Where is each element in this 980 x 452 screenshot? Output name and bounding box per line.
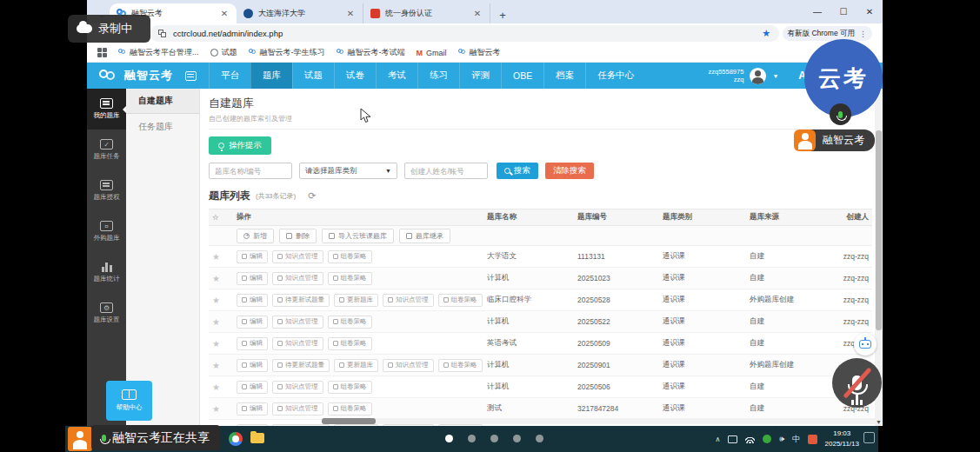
sidebar-item-bank-statistics[interactable]: 题库统计 xyxy=(87,252,126,293)
row-action-button[interactable]: 知识点管理 xyxy=(272,272,323,285)
row-action-button[interactable]: 编辑 xyxy=(237,250,268,263)
taskbar-clock[interactable]: 19:03 2025/11/13 xyxy=(825,429,859,449)
row-star-icon[interactable]: ★ xyxy=(212,339,220,349)
sidebar-item-my-banks[interactable]: 我的题库 xyxy=(87,89,126,130)
sidebar-item-bank-authorization[interactable]: 题库授权 xyxy=(87,170,126,211)
menu-dots-icon[interactable]: ⋮ xyxy=(859,30,867,38)
sidebar-item-purchased-banks[interactable]: ¤ 外购题库 xyxy=(87,211,126,252)
row-action-button[interactable]: 编辑 xyxy=(237,294,268,307)
row-action-button[interactable]: 组卷策略 xyxy=(328,381,372,394)
taskbar-app-person-icon[interactable] xyxy=(68,427,92,451)
nav-item-task-center[interactable]: 任务中心 xyxy=(585,63,645,89)
row-star-icon[interactable]: ★ xyxy=(212,296,220,305)
row-action-button[interactable]: 知识点管理 xyxy=(272,381,323,394)
row-action-button[interactable]: 组卷策略 xyxy=(328,316,372,329)
bookmark-item-gmail[interactable]: MGmail xyxy=(417,49,447,57)
nav-item-papers[interactable]: 试卷 xyxy=(334,63,376,89)
site-info-icon[interactable] xyxy=(158,30,167,38)
bookmark-item[interactable]: 试题 xyxy=(210,47,237,58)
window-maximize-button[interactable]: ☐ xyxy=(830,0,857,23)
nav-item-question-bank[interactable]: 题库 xyxy=(250,63,292,89)
help-center-button[interactable]: 帮助中心 xyxy=(106,381,152,421)
chevron-down-icon[interactable]: ▼ xyxy=(772,73,778,79)
wifi-icon[interactable] xyxy=(745,435,755,443)
layout-grid-icon[interactable] xyxy=(185,71,197,81)
row-action-button[interactable]: 知识点管理 xyxy=(272,402,323,415)
table-row[interactable]: ★ 编辑待更新试题量更新题库知识点管理组卷策略 临床口腔科学 20250528 … xyxy=(209,289,872,311)
new-tab-button[interactable]: + xyxy=(494,6,511,23)
tab-identity-auth[interactable]: 统一身份认证 ✕ xyxy=(363,3,490,23)
sogou-tray-icon[interactable] xyxy=(808,435,817,444)
desktop-pager-dots[interactable] xyxy=(445,435,543,442)
notification-center-icon[interactable] xyxy=(863,432,875,443)
tab-close-icon[interactable]: ✕ xyxy=(472,9,483,18)
row-action-button[interactable]: 待更新试题量 xyxy=(272,294,330,307)
table-row[interactable]: ★ 编辑知识点管理组卷策略 大学语文 1113131 通识课 自建 zzq-zz… xyxy=(209,246,872,268)
scroll-down-arrow-icon[interactable]: ▼ xyxy=(875,419,883,425)
refresh-icon[interactable]: ⟳ xyxy=(308,190,316,202)
bookmark-item[interactable]: 融智云考-考试端 xyxy=(337,47,405,58)
delete-button[interactable]: 删除 xyxy=(279,229,317,243)
row-action-button[interactable]: 知识点管理 xyxy=(383,294,434,307)
row-action-button[interactable]: 知识点管理 xyxy=(272,337,323,350)
file-explorer-icon[interactable] xyxy=(250,433,264,443)
url-field[interactable]: cctrcloud.net/admin/index.php ★ xyxy=(150,25,779,42)
nav-item-evaluation[interactable]: 评测 xyxy=(459,63,501,89)
row-action-button[interactable]: 编辑 xyxy=(237,316,268,329)
tray-expand-icon[interactable]: ∧ xyxy=(715,435,720,443)
nav-item-exams[interactable]: 考试 xyxy=(376,63,417,89)
user-avatar[interactable] xyxy=(750,68,766,84)
row-action-button[interactable]: 组卷策略 xyxy=(438,294,483,307)
mic-muted-button[interactable] xyxy=(832,358,882,408)
sidebar-item-bank-settings[interactable]: ⚙ 题库设置 xyxy=(87,293,126,334)
row-action-button[interactable]: 组卷策略 xyxy=(328,402,372,415)
add-button[interactable]: 新增 xyxy=(237,229,274,243)
apps-grid-icon[interactable] xyxy=(97,48,107,57)
app-tray-icon[interactable] xyxy=(763,435,771,443)
row-action-button[interactable]: 更新题库 xyxy=(334,359,378,372)
bookmark-star-icon[interactable]: ★ xyxy=(762,28,770,39)
row-action-button[interactable]: 更新题库 xyxy=(334,294,378,307)
table-row[interactable]: ★ 编辑知识点管理组卷策略 计算机 20251023 通识课 自建 zzq-zz… xyxy=(209,268,872,289)
row-action-button[interactable]: 编辑 xyxy=(237,381,268,394)
row-action-button[interactable]: 组卷策略 xyxy=(328,337,372,350)
table-row[interactable]: ★ 编辑知识点管理组卷策略 计算机 20250522 通识课 自建 zzq-zz… xyxy=(209,311,872,333)
bookmark-item[interactable]: 融智云考平台管理... xyxy=(118,47,199,58)
row-action-button[interactable]: 编辑 xyxy=(237,359,268,372)
row-action-button[interactable]: 组卷策略 xyxy=(438,359,483,372)
horizontal-scrollbar[interactable] xyxy=(322,418,883,424)
scroll-thumb[interactable] xyxy=(322,418,376,424)
row-action-button[interactable]: 编辑 xyxy=(237,337,268,350)
row-star-icon[interactable]: ★ xyxy=(212,361,220,370)
mic-active-icon[interactable] xyxy=(830,103,851,125)
window-minimize-button[interactable]: — xyxy=(804,0,830,23)
bookmark-item[interactable]: 融智云考-学生练习 xyxy=(249,47,325,58)
rongzhi-sharing-pill[interactable]: 融智云考 xyxy=(794,130,875,151)
row-action-button[interactable]: 编辑 xyxy=(237,272,268,285)
nav-item-obe[interactable]: OBE xyxy=(501,63,543,89)
tab-dalian-ocean-univ[interactable]: 大连海洋大学 ✕ xyxy=(237,3,363,23)
window-close-button[interactable]: ✕ xyxy=(857,0,883,23)
row-action-button[interactable]: 知识点管理 xyxy=(272,316,323,329)
star-column-header[interactable]: ☆ xyxy=(209,209,233,226)
row-action-button[interactable]: 组卷策略 xyxy=(328,250,372,263)
subnav-item-task-banks[interactable]: 任务题库 xyxy=(126,114,199,139)
row-action-button[interactable]: 知识点管理 xyxy=(383,359,434,372)
row-star-icon[interactable]: ★ xyxy=(212,274,220,283)
row-action-button[interactable]: 编辑 xyxy=(237,402,268,415)
volume-icon[interactable]: 🕪 xyxy=(779,435,784,444)
row-action-button[interactable]: 组卷策略 xyxy=(328,272,372,285)
scroll-thumb[interactable] xyxy=(876,130,882,330)
clear-search-button[interactable]: 清除搜索 xyxy=(545,163,594,179)
subnav-item-self-built[interactable]: 自建题库 xyxy=(126,89,199,114)
url-text[interactable]: cctrcloud.net/admin/index.php xyxy=(173,29,756,38)
bank-name-input[interactable] xyxy=(209,163,292,179)
sidebar-item-bank-tasks[interactable]: ✓ 题库任务 xyxy=(87,130,126,170)
row-star-icon[interactable]: ★ xyxy=(212,404,220,414)
row-star-icon[interactable]: ★ xyxy=(212,382,220,392)
search-button[interactable]: 搜索 xyxy=(497,163,538,179)
nav-item-platform[interactable]: 平台 xyxy=(209,63,250,89)
table-row[interactable]: ★ 编辑知识点管理组卷策略 英语考试 20250509 通识课 自建 zzq-z… xyxy=(209,333,872,355)
row-action-button[interactable]: 知识点管理 xyxy=(272,250,323,263)
row-star-icon[interactable]: ★ xyxy=(212,317,220,327)
